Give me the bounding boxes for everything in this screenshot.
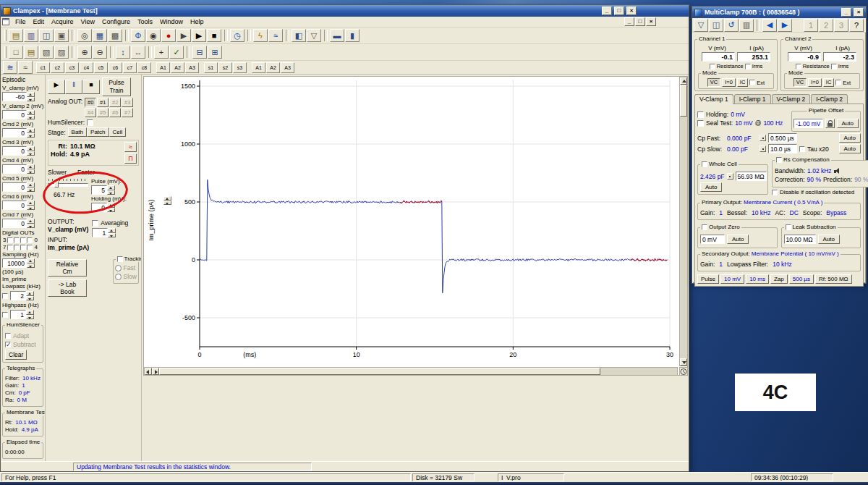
zoom-in-icon[interactable]: ⊕ <box>77 46 92 59</box>
child-restore-button[interactable]: □ <box>635 17 645 26</box>
layout-icon[interactable]: ▩ <box>108 29 122 42</box>
leak-subtraction-auto-button[interactable]: Auto <box>818 235 840 244</box>
lab-book-icon[interactable]: ▥ <box>24 29 38 42</box>
rate-slider[interactable] <box>48 179 88 188</box>
channel2-mode-button-2[interactable]: IC <box>823 78 835 87</box>
meter-icon[interactable]: ▥ <box>739 19 754 32</box>
whole-cell-select-button[interactable] <box>727 173 733 180</box>
stage-button-1[interactable]: Patch <box>87 127 109 137</box>
cp-fast-auto-button[interactable]: Auto <box>839 133 861 143</box>
humsilencer-checkbox[interactable] <box>87 119 93 126</box>
tile-vertical-icon[interactable]: ▮ <box>345 29 359 42</box>
vclamp-spin-value[interactable]: -60 <box>2 92 27 101</box>
whole-cell-auto-button[interactable]: Auto <box>700 182 722 192</box>
stage-button-0[interactable]: Bath <box>68 127 87 137</box>
copy-icon[interactable]: ▨ <box>54 46 69 59</box>
analog-out-button-5[interactable]: #5 <box>97 108 109 117</box>
subtract-checkbox[interactable] <box>5 342 11 347</box>
digital-out-checkbox[interactable] <box>14 237 20 243</box>
menu-item-5[interactable]: Tools <box>134 17 156 26</box>
fast-radio[interactable] <box>115 265 122 271</box>
holding-checkbox[interactable] <box>697 111 704 118</box>
channel2-mode-button-1[interactable]: I=0 <box>808 78 822 87</box>
cmd5-spin-down-button[interactable] <box>27 187 35 193</box>
lock-icon[interactable] <box>825 119 835 128</box>
mc-bottom-button-1[interactable]: 10 mV <box>720 274 744 284</box>
averaging-spin-value[interactable]: 1 <box>92 228 108 237</box>
signal-button-13[interactable]: s3 <box>233 62 247 73</box>
mc-bottom-button-0[interactable]: Pulse <box>697 274 719 284</box>
tracking-checkbox[interactable] <box>117 256 123 262</box>
cmd2-spin-down-button[interactable] <box>27 133 35 138</box>
scroll-right-button[interactable] <box>152 368 159 375</box>
clear-button[interactable]: Clear <box>5 350 27 360</box>
zoom-out-icon[interactable]: ⊖ <box>93 46 107 59</box>
record-icon[interactable]: ● <box>161 29 176 42</box>
pause-button[interactable]: ‖ <box>65 80 82 94</box>
clamp-tab-0[interactable]: V-Clamp 1 <box>694 94 733 104</box>
save-settings-icon[interactable]: ◫ <box>709 19 723 32</box>
vclamp2-spin[interactable]: 0 <box>2 110 35 119</box>
rs-comp-checkbox[interactable] <box>776 157 782 163</box>
minimize-button[interactable]: _ <box>602 7 612 15</box>
child-minimize-button[interactable]: _ <box>624 17 634 26</box>
digital-out-checkbox[interactable] <box>27 237 33 243</box>
holding-spin[interactable]: 0 <box>91 203 115 212</box>
horizontal-scroll-thumb[interactable] <box>159 368 600 375</box>
pulse-spin-down-button[interactable] <box>107 190 115 195</box>
mc-bottom-button-5[interactable]: Rf: 500 MΩ <box>815 274 852 284</box>
channel1-mode-button-2[interactable]: IC <box>737 78 749 87</box>
signal-button-10[interactable]: A3 <box>185 62 199 73</box>
step-sweep-icon[interactable]: ▶ <box>176 29 191 42</box>
save-icon[interactable]: ◫ <box>39 29 54 42</box>
mc-close-button[interactable]: × <box>854 8 864 17</box>
menu-item-1[interactable]: Edit <box>30 17 48 26</box>
highpass-spin-value[interactable]: 1 <box>10 310 26 319</box>
signal-button-3[interactable]: c4 <box>80 62 93 73</box>
open-protocol-icon[interactable]: ▤ <box>9 29 23 42</box>
analog-out-button-7[interactable]: #7 <box>122 108 133 117</box>
channel2-irms-checkbox[interactable] <box>831 64 837 69</box>
seal-test-checkbox[interactable] <box>697 120 704 127</box>
whole-cell-checkbox[interactable] <box>702 161 707 167</box>
taskbar[interactable] <box>0 482 868 485</box>
clampex-titlebar[interactable]: Clampex - [Membrane Test] _ □ × <box>1 5 689 17</box>
signal-button-4[interactable]: c5 <box>94 62 108 73</box>
autoscale-x-icon[interactable]: ↔ <box>131 46 145 59</box>
sampling-spin-value[interactable]: 10000 <box>2 258 27 268</box>
digital-out-checkbox[interactable] <box>7 237 13 243</box>
holding-spin-value[interactable]: 0 <box>91 203 107 212</box>
next-channel-icon[interactable]: ▶ <box>778 19 792 32</box>
averaging-spin-down-button[interactable] <box>108 233 116 238</box>
cp-fast-select-button[interactable] <box>760 135 766 141</box>
cmd6-spin-value[interactable]: 0 <box>2 201 27 210</box>
clamp-tab-3[interactable]: I-Clamp 2 <box>811 94 848 104</box>
cmd5-spin-value[interactable]: 0 <box>2 182 27 192</box>
vclamp-spin[interactable]: -60 <box>2 92 35 101</box>
stop-button[interactable]: ■ <box>82 80 100 94</box>
close-button[interactable]: × <box>626 7 637 15</box>
mc-minimize-button[interactable]: _ <box>841 8 851 17</box>
leak-subtraction-checkbox[interactable] <box>786 224 791 230</box>
signal-button-16[interactable]: A3 <box>281 62 294 73</box>
chart-canvas[interactable]: 150010005000-5000102030(ms) <box>155 76 687 364</box>
accept-icon[interactable]: ✓ <box>169 46 184 59</box>
cp-slow-select-button[interactable] <box>760 146 766 152</box>
mc-bottom-button-2[interactable]: 10 ms <box>746 274 769 284</box>
rate-slider-thumb[interactable] <box>54 181 59 187</box>
signal-button-5[interactable]: c6 <box>109 62 122 73</box>
speaker-icon[interactable] <box>834 168 841 174</box>
signal-button-7[interactable]: c8 <box>137 62 151 73</box>
signal-button-8[interactable]: A1 <box>156 62 170 73</box>
multiclamp-titlebar[interactable]: MultiClamp 700B : ( 00836548 ) _ × <box>692 7 866 18</box>
lowpass-spin[interactable]: 2 <box>10 291 34 300</box>
signal-button-6[interactable]: c7 <box>123 62 137 73</box>
cmd2-spin-value[interactable]: 0 <box>2 128 27 138</box>
preset-1-button[interactable]: 1 <box>804 19 818 32</box>
cmd7-spin-value[interactable]: 0 <box>2 219 27 228</box>
cmd4-spin-down-button[interactable] <box>27 169 35 174</box>
tile-horizontal-icon[interactable]: ▬ <box>330 29 344 42</box>
undo-icon[interactable]: ↺ <box>724 19 739 32</box>
preset-3-button[interactable]: 3 <box>834 19 848 32</box>
analog-out-button-2[interactable]: #2 <box>109 98 121 107</box>
